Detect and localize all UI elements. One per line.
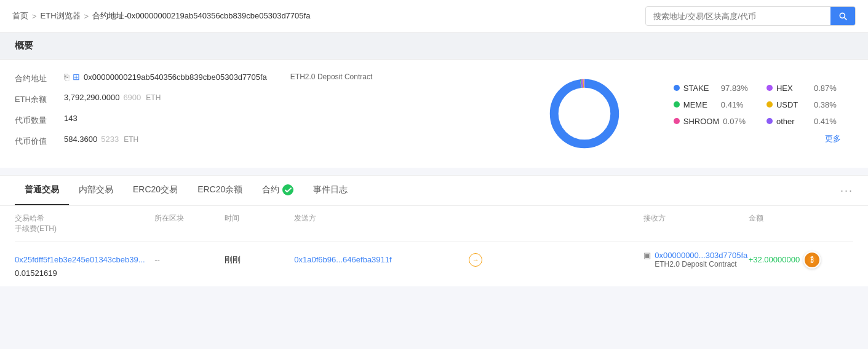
tabs-more-button[interactable]: ··· xyxy=(840,178,853,203)
summary-section: 概要 合约地址 ⎘ ⊞ 0x00000000219ab540356cbb839c… xyxy=(0,33,868,168)
eth-balance-unit: ETH xyxy=(146,93,161,102)
eth-balance-label: ETH余额 xyxy=(15,93,64,105)
token-value-label: 代币价值 xyxy=(15,135,64,147)
breadcrumb-sep1: > xyxy=(32,12,37,21)
breadcrumb-current: 合约地址-0x00000000219ab540356cbb839cbe05303… xyxy=(92,10,310,22)
legend-item: STAKE 97.83% xyxy=(674,84,748,93)
breadcrumb-sep2: > xyxy=(84,12,89,21)
legend-item: USDT 0.38% xyxy=(766,100,841,109)
contract-address-row: 合约地址 ⎘ ⊞ 0x00000000219ab540356cbb839cbe0… xyxy=(15,72,508,84)
token-count-label: 代币数量 xyxy=(15,114,64,126)
tab-internal[interactable]: 内部交易 xyxy=(69,176,123,205)
receiver-addr[interactable]: 0x00000000...303d7705fa xyxy=(655,251,747,260)
legend-name: SHROOM xyxy=(683,117,720,126)
block-num: -- xyxy=(154,255,225,264)
table-header: 交易哈希所在区块时间发送方接收方金额手续费(ETH) xyxy=(15,206,853,242)
legend-pct: 0.38% xyxy=(814,100,837,109)
btc-badge: ₿ xyxy=(803,251,821,269)
search-input[interactable] xyxy=(646,8,830,25)
arrow-cell: → xyxy=(469,253,643,267)
legend-pct: 0.41% xyxy=(814,117,837,126)
address-text: 0x00000000219ab540356cbb839cbe05303d7705… xyxy=(84,73,267,82)
legend-dot xyxy=(766,118,773,124)
tx-time: 刚刚 xyxy=(225,254,295,265)
tab-erc20[interactable]: ERC20交易 xyxy=(123,176,188,205)
token-count-value: 143 xyxy=(64,114,78,123)
arrow-icon: → xyxy=(472,256,479,264)
table-col-header: 交易哈希 xyxy=(15,213,154,224)
search-button[interactable] xyxy=(830,7,855,25)
breadcrumb-home[interactable]: 首页 xyxy=(12,10,28,22)
table-col-header xyxy=(469,213,643,224)
contract-address-label: 合约地址 xyxy=(15,72,64,84)
legend-name: USDT xyxy=(776,100,810,109)
tab-contract[interactable]: 合约 xyxy=(252,176,303,205)
eth-balance-dim: 6900 xyxy=(123,93,141,102)
block-icon: ▣ xyxy=(643,251,651,260)
legend-dot xyxy=(766,101,773,108)
sender-addr[interactable]: 0x1a0f6b96...646efba3911f xyxy=(294,255,391,264)
chart-container xyxy=(532,74,637,154)
token-count-row: 代币数量 143 xyxy=(15,114,508,126)
token-value-dim: 5233 xyxy=(101,135,119,144)
legend-dot xyxy=(674,118,680,124)
search-icon xyxy=(838,11,848,21)
legend-item: HEX 0.87% xyxy=(766,84,841,93)
tab-erc20b[interactable]: ERC20余额 xyxy=(188,176,252,205)
legend-dot xyxy=(766,85,773,91)
tab-events[interactable]: 事件日志 xyxy=(303,176,357,205)
eth-balance-value: 3,792,290.00006900 ETH xyxy=(64,93,161,102)
legend-item: MEME 0.41% xyxy=(674,100,748,109)
tabs-section: 普通交易内部交易ERC20交易ERC20余额合约 事件日志··· 交易哈希所在区… xyxy=(0,175,868,286)
tabs: 普通交易内部交易ERC20交易ERC20余额合约 事件日志··· xyxy=(0,176,868,206)
receiver-name: ETH2.0 Deposit Contract xyxy=(655,260,747,269)
summary-left: 合约地址 ⎘ ⊞ 0x00000000219ab540356cbb839cbe0… xyxy=(15,72,508,155)
summary-content: 合约地址 ⎘ ⊞ 0x00000000219ab540356cbb839cbe0… xyxy=(0,60,868,168)
tx-amount: +32.00000000 xyxy=(749,255,800,264)
tab-normal[interactable]: 普通交易 xyxy=(15,176,69,205)
copy-icon[interactable]: ⎘ xyxy=(64,72,69,82)
table-col-header: 手续费(ETH) xyxy=(15,224,154,234)
legend-pct: 0.87% xyxy=(814,84,837,93)
legend: STAKE 97.83% HEX 0.87% MEME 0.41% USDT 0… xyxy=(661,84,853,144)
arrow-button[interactable]: → xyxy=(469,253,482,267)
eth-balance-row: ETH余额 3,792,290.00006900 ETH xyxy=(15,93,508,105)
legend-dot xyxy=(674,85,680,91)
table-col-header: 时间 xyxy=(225,213,295,224)
contract-address-value: ⎘ ⊞ 0x00000000219ab540356cbb839cbe05303d… xyxy=(64,72,372,82)
legend-name: HEX xyxy=(776,84,810,93)
qr-icon[interactable]: ⊞ xyxy=(73,72,80,82)
table-row: 0x25fdff5f1eb3e245e01343cbeb39... -- 刚刚 … xyxy=(15,242,853,286)
token-value-row: 代币价值 584.36005233 ETH xyxy=(15,135,508,147)
legend-pct: 97.83% xyxy=(721,84,748,93)
tx-hash[interactable]: 0x25fdff5f1eb3e245e01343cbeb39... xyxy=(15,255,154,264)
token-value-main: 584.3600 xyxy=(64,135,97,144)
table-container: 交易哈希所在区块时间发送方接收方金额手续费(ETH) 0x25fdff5f1eb… xyxy=(0,206,868,286)
legend-more[interactable]: 更多 xyxy=(674,133,841,144)
svg-point-6 xyxy=(565,95,603,133)
amount-cell: +32.00000000 ₿ xyxy=(749,251,853,269)
legend-name: other xyxy=(776,117,810,126)
contract-name: ETH2.0 Deposit Contract xyxy=(290,73,372,81)
legend-item: SHROOM 0.07% xyxy=(674,117,748,126)
legend-pct: 0.07% xyxy=(723,117,746,126)
table-col-header: 所在区块 xyxy=(154,213,225,224)
search-bar xyxy=(645,6,856,26)
donut-chart xyxy=(544,74,624,154)
token-value-value: 584.36005233 ETH xyxy=(64,135,138,144)
token-value-unit: ETH xyxy=(124,135,138,144)
header: 首页 > ETH浏览器 > 合约地址-0x00000000219ab540356… xyxy=(0,0,868,33)
legend-name: STAKE xyxy=(683,84,717,93)
eth-balance-main: 3,792,290.0000 xyxy=(64,93,119,102)
table-col-header: 金额 xyxy=(749,213,853,224)
contract-verified-badge xyxy=(282,184,293,195)
sender-cell: 0x1a0f6b96...646efba3911f xyxy=(294,255,469,264)
legend-pct: 0.41% xyxy=(721,100,744,109)
breadcrumb-eth[interactable]: ETH浏览器 xyxy=(41,10,81,22)
receiver-cell: ▣ 0x00000000...303d7705fa ETH2.0 Deposit… xyxy=(643,251,748,269)
table-col-header: 接收方 xyxy=(643,213,748,224)
breadcrumb: 首页 > ETH浏览器 > 合约地址-0x00000000219ab540356… xyxy=(12,10,640,22)
receiver-info: 0x00000000...303d7705fa ETH2.0 Deposit C… xyxy=(655,251,747,269)
table-col-header: 发送方 xyxy=(294,213,469,224)
legend-item: other 0.41% xyxy=(766,117,841,126)
